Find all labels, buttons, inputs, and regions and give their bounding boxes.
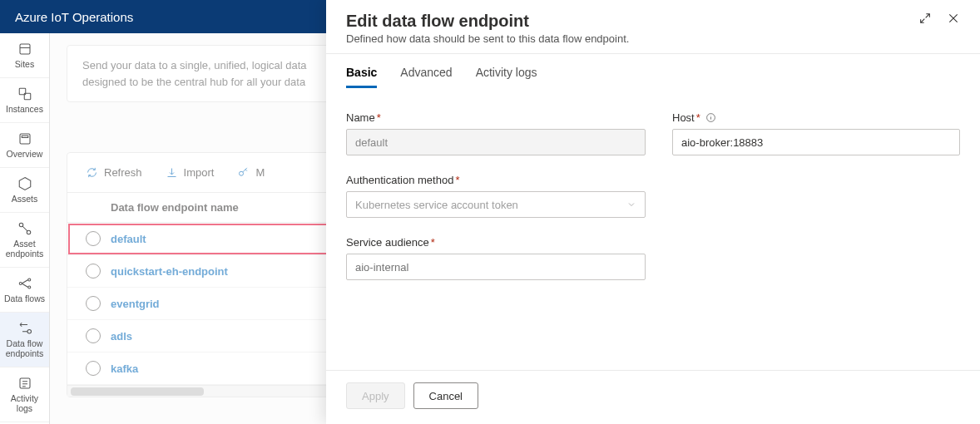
table-header-name: Data flow endpoint name — [111, 201, 239, 214]
apply-button: Apply — [346, 382, 405, 409]
rail-item-assets[interactable]: Assets — [0, 168, 49, 213]
rail-item-asset-endpoints[interactable]: Asset endpoints — [0, 213, 49, 268]
audience-label: Service audience* — [346, 236, 646, 249]
activity-logs-icon — [17, 376, 32, 391]
import-label: Import — [184, 166, 215, 179]
endpoint-link[interactable]: adls — [111, 330, 132, 343]
import-button[interactable]: Import — [166, 166, 215, 179]
rail-label: Assets — [12, 194, 38, 204]
key-icon — [237, 166, 250, 179]
field-auth: Authentication method* Kubernetes servic… — [346, 174, 646, 218]
row-radio[interactable] — [86, 264, 101, 279]
auth-label: Authentication method* — [346, 174, 646, 186]
refresh-icon — [86, 166, 98, 179]
auth-select[interactable]: Kubernetes service account token — [346, 191, 646, 218]
audience-input[interactable] — [346, 254, 646, 280]
host-input[interactable] — [672, 129, 960, 155]
endpoint-link[interactable]: eventgrid — [111, 298, 160, 310]
refresh-button[interactable]: Refresh — [86, 166, 142, 179]
close-icon[interactable] — [947, 12, 960, 25]
field-audience: Service audience* — [346, 236, 646, 280]
svg-rect-0 — [20, 44, 30, 54]
endpoint-link[interactable]: kafka — [111, 362, 138, 375]
tab-basic[interactable]: Basic — [346, 66, 377, 88]
rail-item-sites[interactable]: Sites — [0, 33, 49, 78]
svg-point-8 — [27, 279, 30, 281]
rail-label: Data flows — [4, 293, 45, 303]
assets-icon — [17, 176, 32, 191]
svg-point-12 — [240, 171, 244, 175]
data-flow-endpoints-icon — [17, 321, 32, 336]
svg-point-10 — [27, 330, 32, 334]
import-icon — [166, 166, 178, 179]
rail-item-instances[interactable]: Instances — [0, 78, 49, 123]
endpoint-link[interactable]: default — [111, 233, 146, 245]
panel-title: Edit data flow endpoint — [346, 12, 629, 31]
asset-endpoints-icon — [17, 221, 32, 236]
data-flows-icon — [17, 276, 32, 291]
left-nav-rail: Sites Instances Overview Assets Asset en… — [0, 33, 50, 424]
rail-item-activity-logs[interactable]: Activity logs — [0, 367, 49, 422]
manage-button[interactable]: M — [237, 166, 265, 179]
edit-panel: Edit data flow endpoint Defined how data… — [326, 0, 980, 424]
host-label: Host* — [672, 111, 960, 124]
name-label: Name* — [346, 111, 646, 124]
instances-icon — [17, 86, 32, 101]
name-input — [346, 129, 646, 155]
rail-item-data-flows[interactable]: Data flows — [0, 268, 49, 313]
refresh-label: Refresh — [104, 166, 142, 179]
panel-header: Edit data flow endpoint Defined how data… — [326, 0, 980, 54]
overview-icon — [17, 131, 32, 146]
svg-rect-4 — [22, 136, 28, 137]
tabs: Basic Advanced Activity logs — [326, 54, 980, 88]
field-name: Name* — [346, 111, 646, 155]
manage-label: M — [255, 166, 265, 179]
rail-label: Asset endpoints — [2, 239, 47, 259]
auth-value: Kubernetes service account token — [355, 199, 518, 211]
rail-label: Data flow endpoints — [2, 338, 47, 358]
row-radio[interactable] — [86, 296, 101, 311]
svg-point-9 — [27, 286, 30, 288]
svg-point-7 — [19, 283, 22, 285]
form: Name* Host* Authentication method* Kuber… — [326, 103, 980, 280]
info-icon[interactable] — [703, 111, 716, 124]
panel-subtitle: Defined how data should be sent to this … — [346, 32, 629, 45]
expand-icon[interactable] — [918, 12, 932, 25]
rail-label: Overview — [7, 149, 43, 159]
row-radio[interactable] — [86, 361, 101, 376]
rail-item-overview[interactable]: Overview — [0, 123, 49, 168]
site-icon — [17, 42, 32, 57]
top-bar-title: Azure IoT Operations — [15, 10, 133, 24]
tab-activity-logs[interactable]: Activity logs — [476, 66, 537, 88]
row-radio[interactable] — [86, 231, 101, 246]
panel-footer: Apply Cancel — [326, 370, 980, 424]
panel-actions — [918, 12, 960, 25]
field-host: Host* — [672, 111, 960, 155]
cancel-button[interactable]: Cancel — [413, 382, 478, 409]
tab-advanced[interactable]: Advanced — [400, 66, 452, 88]
row-radio[interactable] — [86, 328, 101, 343]
rail-label: Sites — [15, 59, 34, 69]
rail-item-data-flow-endpoints[interactable]: Data flow endpoints — [0, 313, 49, 367]
scrollbar-thumb[interactable] — [71, 387, 204, 396]
rail-label: Instances — [6, 104, 43, 114]
chevron-down-icon — [626, 200, 636, 210]
endpoint-link[interactable]: quickstart-eh-endpoint — [111, 265, 228, 278]
rail-label: Activity logs — [2, 393, 47, 413]
